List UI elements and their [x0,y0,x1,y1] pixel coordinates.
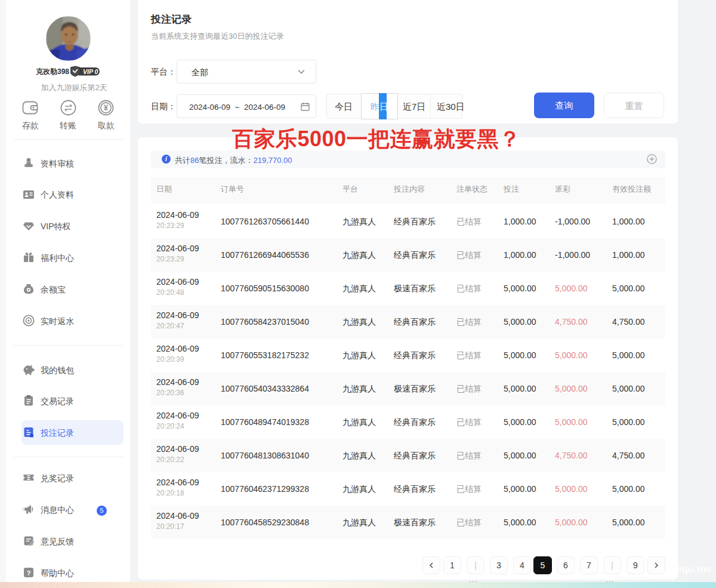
svg-text:VIP 0: VIP 0 [83,68,98,75]
svg-text:?: ? [27,569,31,577]
